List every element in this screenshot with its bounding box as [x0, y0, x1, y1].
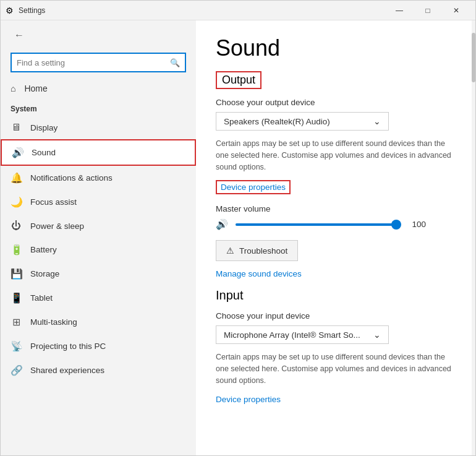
sidebar-label-tablet: Tablet	[30, 293, 53, 303]
storage-icon: 💾	[11, 268, 22, 280]
sidebar-label-battery: Battery	[30, 245, 57, 254]
search-box[interactable]: 🔍	[11, 53, 186, 72]
content-area: ← 🔍 ⌂ Home System 🖥 Display 🔊	[1, 20, 475, 455]
volume-section: Master volume 🔊 100	[216, 204, 452, 230]
titlebar-title: Settings	[19, 6, 45, 15]
sidebar-item-multitasking[interactable]: ⊞ Multi-tasking	[1, 310, 196, 334]
home-icon: ⌂	[11, 84, 15, 93]
multitasking-icon: ⊞	[11, 316, 22, 328]
input-header: Input	[216, 288, 452, 303]
volume-label: Master volume	[216, 204, 452, 213]
sidebar-item-focus[interactable]: 🌙 Focus assist	[1, 190, 196, 214]
search-icon: 🔍	[170, 58, 180, 67]
scrollbar-track[interactable]	[472, 20, 475, 455]
display-icon: 🖥	[11, 122, 22, 133]
projecting-icon: 📡	[11, 340, 22, 352]
sidebar-label-notifications: Notifications & actions	[30, 173, 113, 183]
search-input[interactable]	[17, 58, 170, 67]
sidebar-label-shared: Shared experiences	[30, 366, 104, 375]
sidebar-label-display: Display	[30, 123, 57, 132]
output-device-dropdown[interactable]: Speakers (Realtek(R) Audio) ⌄	[216, 112, 389, 131]
sidebar-item-tablet[interactable]: 📱 Tablet	[1, 286, 196, 310]
page-title: Sound	[216, 35, 452, 61]
titlebar-left: ⚙ Settings	[6, 6, 45, 15]
titlebar-icon: ⚙	[6, 6, 14, 15]
close-button[interactable]: ✕	[442, 1, 470, 20]
sidebar-item-notifications[interactable]: 🔔 Notifications & actions	[1, 166, 196, 190]
shared-icon: 🔗	[11, 364, 22, 376]
battery-icon: 🔋	[11, 244, 22, 256]
sidebar-nav-top: ←	[1, 20, 196, 50]
troubleshoot-label: Troubleshoot	[239, 246, 287, 256]
sidebar-item-battery[interactable]: 🔋 Battery	[1, 238, 196, 262]
titlebar: ⚙ Settings — □ ✕	[1, 1, 475, 20]
volume-value: 100	[404, 220, 426, 229]
settings-window: ⚙ Settings — □ ✕ ← 🔍 ⌂	[0, 0, 476, 456]
sidebar-label-storage: Storage	[30, 269, 59, 278]
sidebar-label-sound: Sound	[32, 148, 56, 157]
maximize-button[interactable]: □	[414, 1, 442, 20]
output-section: Output Choose your output device Speaker…	[216, 71, 452, 288]
sidebar-item-sound[interactable]: 🔊 Sound	[1, 139, 196, 166]
input-section: Input Choose your input device Microphon…	[216, 288, 452, 413]
output-header: Output	[216, 71, 261, 89]
sidebar-item-projecting[interactable]: 📡 Projecting to this PC	[1, 334, 196, 358]
manage-devices-link[interactable]: Manage sound devices	[216, 269, 302, 278]
slider-thumb	[391, 220, 401, 230]
sound-icon: 🔊	[12, 147, 23, 158]
titlebar-controls: — □ ✕	[385, 1, 470, 20]
main-content: Sound Output Choose your output device S…	[196, 20, 472, 455]
choose-input-label: Choose your input device	[216, 311, 452, 320]
sidebar-item-home[interactable]: ⌂ Home	[1, 77, 196, 100]
device-properties-link[interactable]: Device properties	[216, 180, 291, 194]
troubleshoot-button[interactable]: ⚠ Troubleshoot	[216, 240, 298, 261]
sidebar-label-power: Power & sleep	[30, 222, 84, 231]
power-icon: ⏻	[11, 220, 22, 231]
sidebar: ← 🔍 ⌂ Home System 🖥 Display 🔊	[1, 20, 196, 455]
input-dropdown-arrow-icon: ⌄	[373, 330, 381, 340]
back-icon: ←	[14, 30, 24, 41]
dropdown-arrow-icon: ⌄	[373, 116, 381, 126]
tablet-icon: 📱	[11, 292, 22, 304]
warning-icon: ⚠	[226, 246, 234, 256]
sidebar-item-display[interactable]: 🖥 Display	[1, 116, 196, 139]
notifications-icon: 🔔	[11, 172, 22, 184]
input-device-dropdown[interactable]: Microphone Array (Intel® Smart So... ⌄	[216, 325, 389, 344]
input-description: Certain apps may be set up to use differ…	[216, 351, 452, 386]
sidebar-label-projecting: Projecting to this PC	[30, 342, 106, 351]
sidebar-item-power[interactable]: ⏻ Power & sleep	[1, 214, 196, 238]
choose-output-label: Choose your output device	[216, 98, 452, 107]
input-device-value: Microphone Array (Intel® Smart So...	[224, 330, 360, 340]
sidebar-section-label: System	[1, 100, 196, 116]
back-button[interactable]: ←	[11, 27, 28, 44]
sidebar-home-label: Home	[24, 84, 47, 93]
output-description: Certain apps may be set up to use differ…	[216, 138, 452, 173]
volume-icon: 🔊	[216, 218, 228, 230]
minimize-button[interactable]: —	[385, 1, 414, 20]
sidebar-label-focus: Focus assist	[30, 197, 77, 207]
sidebar-item-shared[interactable]: 🔗 Shared experiences	[1, 358, 196, 382]
sidebar-label-multitasking: Multi-tasking	[30, 317, 77, 327]
sidebar-item-storage[interactable]: 💾 Storage	[1, 262, 196, 286]
volume-slider[interactable]	[236, 223, 396, 226]
slider-fill	[236, 223, 396, 226]
output-device-value: Speakers (Realtek(R) Audio)	[224, 117, 330, 126]
input-device-properties-link[interactable]: Device properties	[216, 395, 281, 404]
focus-icon: 🌙	[11, 196, 22, 208]
scrollbar-thumb	[472, 33, 475, 82]
volume-row: 🔊 100	[216, 218, 452, 230]
